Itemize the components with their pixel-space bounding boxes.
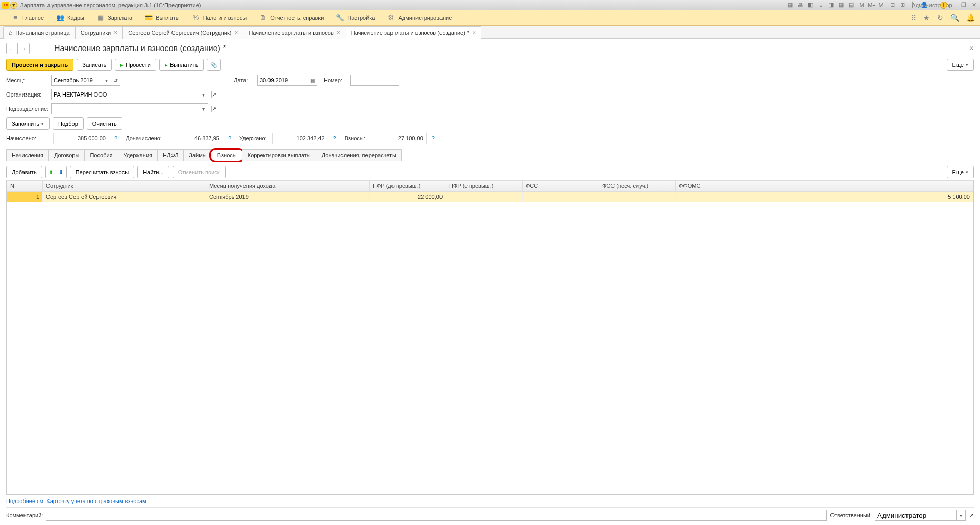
document-tabs: ⌂Начальная страница Сотрудники× Сергеев …: [0, 26, 980, 39]
report-icon: 🗎: [259, 14, 267, 22]
tb-calc-icon[interactable]: ▤: [847, 1, 855, 9]
menu-hr[interactable]: 👥Кадры: [50, 10, 90, 25]
tab-payroll-create[interactable]: Начисление зарплаты и взносов (создание)…: [346, 26, 481, 39]
info-icon[interactable]: i: [940, 2, 947, 9]
wallet-icon: 💳: [144, 14, 153, 22]
close-icon[interactable]: ×: [114, 29, 117, 36]
history-icon[interactable]: ↻: [937, 14, 943, 22]
close-icon[interactable]: ×: [234, 29, 238, 36]
app-menu-dropdown-icon[interactable]: ▾: [10, 2, 17, 9]
tab-employees[interactable]: Сотрудники×: [75, 26, 124, 39]
tb-icon-3[interactable]: ◧: [806, 1, 815, 9]
menu-main[interactable]: ≡Главное: [5, 10, 50, 25]
percent-icon: %: [192, 14, 200, 22]
tb-search-icon[interactable]: ⊞: [898, 1, 906, 9]
maximize-icon[interactable]: ❐: [960, 1, 968, 9]
menu-salary[interactable]: ▦Зарплата: [90, 10, 138, 25]
tb-icon-1[interactable]: ▦: [786, 1, 794, 9]
window-titlebar: 1c ▾ Зарплата и управление персоналом, р…: [0, 0, 980, 10]
close-window-icon[interactable]: ✕: [970, 1, 978, 9]
tab-employee-card[interactable]: Сергеев Сергей Сергеевич (Сотрудник)×: [122, 26, 243, 39]
tb-calendar-icon[interactable]: ▦: [837, 1, 845, 9]
window-title: Зарплата и управление персоналом, редакц…: [20, 2, 786, 8]
tb-m-icon[interactable]: M: [857, 1, 866, 9]
calendar-icon: ▦: [96, 14, 105, 22]
tb-m-minus-icon[interactable]: M-: [878, 1, 886, 9]
close-icon[interactable]: ×: [337, 29, 340, 36]
people-icon: 👥: [56, 14, 64, 22]
tb-help-icon[interactable]: ⊡: [888, 1, 896, 9]
tb-compare-icon[interactable]: ◨: [827, 1, 835, 9]
menu-taxes[interactable]: %Налоги и взносы: [186, 10, 253, 25]
menu-payments[interactable]: 💳Выплаты: [138, 10, 185, 25]
tb-m-plus-icon[interactable]: M+: [868, 1, 876, 9]
titlebar-icons: ▦ 🖶 ◧ ⤓ ◨ ▦ ▤ M M+ M- ⊡ ⊞ ⎮ 👤 Администра…: [786, 1, 978, 9]
main-menu: ≡Главное 👥Кадры ▦Зарплата 💳Выплаты %Нало…: [0, 10, 980, 26]
minimize-icon[interactable]: —: [949, 1, 958, 9]
home-icon: ⌂: [9, 29, 12, 36]
gear-icon: ⚙: [387, 14, 395, 22]
menu-admin[interactable]: ⚙Администрирование: [381, 10, 458, 25]
close-icon[interactable]: ×: [472, 29, 476, 36]
menu-settings[interactable]: 🔧Настройка: [330, 10, 381, 25]
star-icon[interactable]: ★: [923, 14, 930, 22]
tab-payroll-list[interactable]: Начисление зарплаты и взносов×: [243, 26, 346, 39]
menu-reports[interactable]: 🗎Отчетность, справки: [253, 10, 330, 25]
app-logo-icon: 1c: [2, 2, 9, 9]
apps-grid-icon[interactable]: ⠿: [911, 14, 916, 22]
hamburger-icon: ≡: [11, 14, 19, 22]
tab-home[interactable]: ⌂Начальная страница: [3, 26, 76, 39]
search-icon[interactable]: 🔍: [950, 14, 959, 22]
wrench-icon: 🔧: [336, 14, 344, 22]
bell-icon[interactable]: 🔔: [966, 14, 975, 22]
user-label[interactable]: 👤 Администратор: [919, 1, 938, 9]
tb-save-icon[interactable]: ⤓: [817, 1, 825, 9]
tb-print-icon[interactable]: 🖶: [796, 1, 804, 9]
